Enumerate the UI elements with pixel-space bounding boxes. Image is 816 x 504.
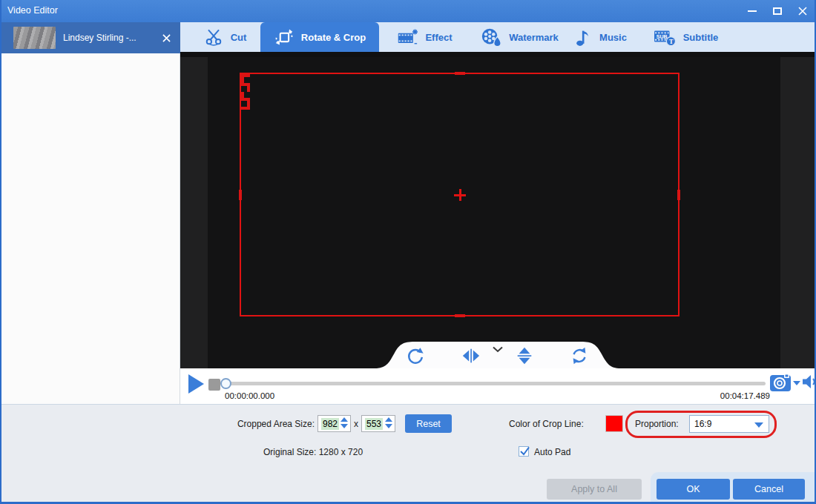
flip-vertical-button[interactable]	[514, 345, 535, 366]
total-duration: 00:04:17.489	[720, 391, 770, 400]
auto-pad-label: Auto Pad	[534, 447, 570, 457]
size-separator-label: x	[354, 419, 358, 429]
stop-button[interactable]	[208, 379, 220, 391]
scissors-icon	[203, 27, 224, 47]
tab-label: Rotate & Crop	[301, 32, 366, 43]
seek-slider-thumb[interactable]	[220, 378, 231, 389]
play-button[interactable]	[187, 374, 205, 397]
cropped-area-size-label: Cropped Area Size:	[223, 419, 315, 429]
snapshot-menu-arrow-icon[interactable]	[793, 381, 800, 385]
preview-top-band	[180, 52, 816, 57]
apply-to-all-button[interactable]: Apply to All	[547, 479, 642, 500]
spinner-up-icon[interactable]	[385, 417, 392, 422]
svg-text:T: T	[669, 39, 674, 45]
crop-handle-bottom[interactable]	[455, 314, 465, 317]
video-preview-area	[180, 52, 816, 368]
effect-icon	[396, 27, 418, 47]
seek-slider-track[interactable]	[225, 382, 766, 385]
checkmark-icon	[519, 446, 531, 457]
dropdown-arrow-icon	[754, 422, 763, 428]
crop-width-value: 982	[321, 418, 339, 430]
cancel-button[interactable]: Cancel	[733, 479, 805, 500]
crop-handle-right[interactable]	[677, 190, 680, 200]
proportion-dropdown[interactable]: 16:9	[689, 415, 769, 433]
video-thumbnail	[13, 27, 56, 49]
svg-text:SUB: SUB	[656, 34, 667, 39]
remove-media-button[interactable]	[160, 32, 172, 44]
rotate-180-icon	[570, 346, 589, 365]
tab-label: Watermark	[509, 32, 559, 43]
media-list-panel: Lindsey Stirling -...	[0, 22, 180, 404]
spinner-down-icon[interactable]	[385, 424, 392, 428]
collapse-chevron[interactable]	[492, 342, 504, 356]
crop-height-value: 553	[365, 418, 383, 430]
tab-effect[interactable]: Effect	[384, 22, 465, 52]
crop-height-input[interactable]: 553	[361, 415, 395, 432]
close-icon	[798, 7, 807, 16]
maximize-icon	[773, 7, 782, 15]
close-button[interactable]	[791, 0, 815, 22]
crop-handle-bottom-left[interactable]	[241, 92, 250, 101]
rotate-crop-icon	[274, 27, 295, 47]
reset-button[interactable]: Reset	[405, 414, 452, 433]
spinner-down-icon[interactable]	[340, 424, 348, 428]
tab-cut[interactable]: Cut	[189, 22, 260, 52]
rotate-180-button[interactable]	[569, 345, 590, 366]
crop-height-spinner[interactable]	[385, 417, 392, 428]
tab-subtitle[interactable]: SUB T Subtitle	[637, 22, 734, 52]
editor-toolbar: Cut Rotate & Crop Effect	[180, 22, 816, 52]
tab-label: Subtitle	[683, 32, 719, 43]
transform-toolbar	[375, 342, 621, 368]
spinner-up-icon[interactable]	[340, 417, 348, 422]
crop-handle-top-right[interactable]	[241, 83, 250, 92]
tab-rotate-and-crop[interactable]: Rotate & Crop	[260, 22, 379, 52]
speaker-icon	[803, 374, 816, 389]
flip-horizontal-icon	[461, 346, 481, 365]
crop-handle-top[interactable]	[455, 72, 465, 75]
minimize-button[interactable]	[740, 0, 764, 22]
playback-bar: 00:00:00.000 00:04:17.489	[180, 368, 816, 404]
camera-icon	[770, 374, 791, 391]
crop-rectangle[interactable]	[240, 73, 680, 316]
tab-label: Cut	[231, 32, 247, 43]
crop-line-color-label: Color of Crop Line:	[509, 419, 584, 429]
flip-horizontal-button[interactable]	[461, 345, 481, 366]
subtitle-icon: SUB T	[653, 27, 677, 47]
music-icon	[573, 27, 593, 47]
tab-watermark[interactable]: Watermark	[465, 22, 573, 52]
ok-button[interactable]: OK	[657, 479, 730, 500]
crop-width-input[interactable]: 982	[317, 415, 351, 432]
settings-panel: Cropped Area Size: 982 x 553 Reset Color…	[0, 404, 816, 504]
maximize-button[interactable]	[766, 0, 789, 22]
rotate-cw-icon	[406, 346, 425, 365]
original-size-label: Original Size: 1280 x 720	[263, 447, 363, 457]
media-item-title: Lindsey Stirling -...	[63, 33, 136, 43]
tab-music[interactable]: Music	[563, 22, 637, 52]
media-list-item[interactable]: Lindsey Stirling -...	[0, 22, 180, 53]
proportion-value: 16:9	[694, 419, 711, 429]
flip-vertical-icon	[515, 346, 534, 365]
tab-label: Music	[599, 32, 627, 43]
crop-handle-left[interactable]	[239, 190, 242, 200]
close-icon	[162, 34, 171, 42]
tab-label: Effect	[425, 32, 452, 43]
crop-handle-bottom-right[interactable]	[241, 101, 250, 110]
auto-pad-checkbox[interactable]	[519, 446, 529, 457]
title-bar: Video Editor	[0, 0, 816, 22]
crop-handle-top-left[interactable]	[241, 74, 250, 83]
snapshot-button[interactable]	[770, 374, 791, 394]
watermark-icon	[480, 26, 502, 48]
crop-line-color-swatch[interactable]	[605, 415, 623, 432]
volume-button[interactable]	[803, 374, 816, 392]
minimize-icon	[748, 10, 757, 12]
window-title: Video Editor	[7, 5, 58, 16]
rotate-90-button[interactable]	[405, 345, 426, 366]
crop-center-crosshair	[459, 189, 461, 201]
elapsed-time: 00:00:00.000	[225, 391, 274, 400]
proportion-label: Proportion:	[635, 419, 679, 429]
play-icon	[187, 374, 205, 394]
crop-width-spinner[interactable]	[340, 417, 348, 428]
